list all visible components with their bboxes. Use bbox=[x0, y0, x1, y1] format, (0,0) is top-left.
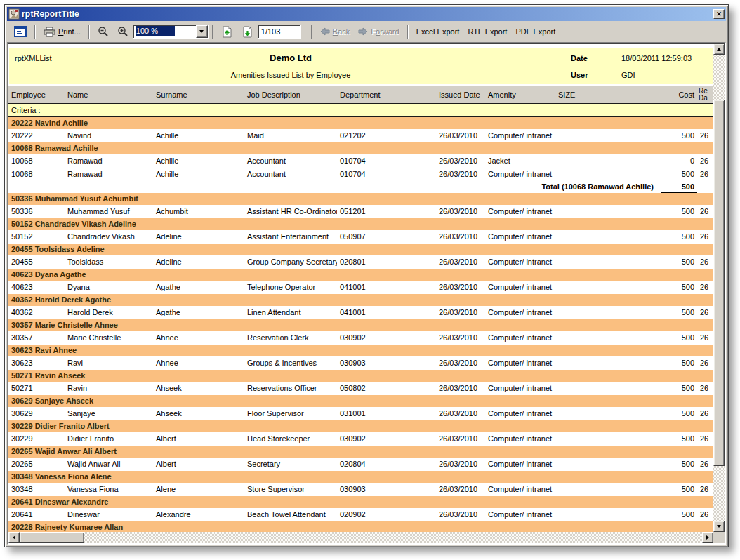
cell-re-da: 26 bbox=[697, 331, 713, 345]
cell-amenity: Computer/ intranet bbox=[485, 483, 555, 496]
rtf-export-button[interactable]: RTF Export bbox=[463, 25, 511, 38]
col-header-job-description: Job Description bbox=[244, 86, 337, 104]
detail-row: 20265Wajid Anwar AliAlbertSecretary02080… bbox=[8, 458, 713, 471]
cell-employee: 40362 bbox=[8, 306, 65, 319]
toolbar-separator bbox=[88, 25, 90, 39]
cell-department: 010704 bbox=[337, 168, 436, 181]
cell-amenity: Computer/ intranet bbox=[485, 432, 555, 446]
scroll-down-button[interactable] bbox=[713, 521, 725, 532]
cell-issued-date: 26/03/2010 bbox=[436, 205, 485, 218]
cell-department: 030902 bbox=[337, 432, 436, 446]
previous-page-button[interactable] bbox=[217, 23, 237, 41]
cell-job-description: Accountant bbox=[244, 154, 337, 168]
scroll-down-icon bbox=[717, 525, 721, 528]
cell-name: Harold Derek bbox=[65, 306, 153, 319]
col-header-issued-date: Issued Date bbox=[436, 86, 485, 104]
forward-button[interactable]: Forward bbox=[354, 25, 403, 39]
cell-size bbox=[555, 281, 661, 294]
forward-arrow-icon bbox=[358, 27, 368, 36]
zoom-level-combobox[interactable]: 100 % bbox=[133, 25, 209, 39]
forward-label: Forward bbox=[371, 27, 399, 36]
combo-dropdown-button[interactable] bbox=[196, 25, 208, 38]
cell-cost: 500 bbox=[661, 458, 697, 471]
cell-department: 051201 bbox=[337, 205, 436, 218]
cell-job-description: Floor Supervisor bbox=[244, 407, 337, 420]
cell-name: Dineswar bbox=[65, 508, 153, 521]
cell-amenity: Computer/ intranet bbox=[485, 205, 555, 218]
cell-re-da: 26 bbox=[697, 205, 713, 218]
cell-employee: 30348 bbox=[8, 483, 65, 496]
cell-surname: Achille bbox=[153, 168, 244, 181]
zoom-in-icon bbox=[117, 26, 128, 37]
group-tree-button[interactable] bbox=[10, 23, 31, 40]
cell-employee: 20265 bbox=[8, 458, 65, 471]
cell-issued-date: 26/03/2010 bbox=[436, 356, 485, 370]
cell-amenity: Computer/ intranet bbox=[485, 331, 555, 345]
col-header-employee: Employee bbox=[8, 86, 65, 104]
scrollbar-corner bbox=[713, 532, 725, 543]
scroll-right-button[interactable] bbox=[702, 532, 713, 543]
cell-department: 030902 bbox=[337, 331, 436, 345]
group-header-label: 30348 Vanessa Fiona Alene bbox=[8, 471, 713, 483]
detail-row: 40623DyanaAgatheTelephone Operator041001… bbox=[8, 281, 713, 294]
cell-name: Wajid Anwar Ali bbox=[65, 458, 153, 471]
vertical-scrollbar[interactable] bbox=[713, 44, 725, 532]
printer-icon bbox=[44, 27, 55, 37]
cell-job-description: Store Supervisor bbox=[244, 483, 337, 496]
cell-cost: 500 bbox=[661, 432, 697, 446]
cell-department: 050802 bbox=[337, 382, 436, 395]
col-header-cost: Cost bbox=[661, 86, 697, 104]
cell-name: Ravin bbox=[65, 382, 153, 395]
date-label: Date bbox=[571, 54, 588, 62]
close-button[interactable]: ✕ bbox=[713, 9, 725, 19]
scroll-left-button[interactable] bbox=[8, 532, 20, 543]
cell-job-description: Telephone Operator bbox=[244, 281, 337, 294]
back-button[interactable]: Back bbox=[316, 25, 354, 39]
cell-job-description: Head Storekeeper bbox=[244, 432, 337, 446]
horizontal-scrollbar[interactable] bbox=[8, 532, 713, 543]
close-icon: ✕ bbox=[716, 11, 722, 18]
cell-cost: 500 bbox=[661, 331, 697, 345]
group-header-label: 20228 Rajneety Kumaree Allan bbox=[8, 521, 713, 533]
print-button[interactable]: Print... bbox=[39, 24, 85, 40]
cell-issued-date: 26/03/2010 bbox=[436, 382, 485, 395]
cell-cost: 500 bbox=[661, 407, 697, 420]
detail-row: 50271RavinAhseekReservations Officer0508… bbox=[8, 382, 713, 395]
cell-name: Ravi bbox=[65, 356, 153, 370]
group-header-label: 40362 Harold Derek Agathe bbox=[8, 294, 713, 306]
cell-issued-date: 26/03/2010 bbox=[436, 508, 485, 521]
cell-surname: Ahseek bbox=[153, 407, 244, 420]
cell-department: 010704 bbox=[337, 154, 436, 168]
cell-surname: Alexandre bbox=[153, 508, 244, 521]
cell-re-da: 26 bbox=[697, 168, 713, 181]
cell-department: 020801 bbox=[337, 255, 436, 269]
vertical-scrollbar-thumb[interactable] bbox=[713, 100, 725, 466]
cell-employee: 30623 bbox=[8, 356, 65, 370]
pdf-export-button[interactable]: PDF Export bbox=[511, 25, 560, 38]
back-arrow-icon bbox=[320, 27, 330, 36]
horizontal-scrollbar-thumb[interactable] bbox=[20, 532, 84, 543]
scroll-up-button[interactable] bbox=[713, 44, 725, 55]
total-spacer bbox=[697, 181, 713, 193]
group-header-row: 50152 Chandradev Vikash Adeline bbox=[8, 218, 713, 230]
next-page-button[interactable] bbox=[237, 23, 258, 41]
detail-row: 30348Vanessa FionaAleneStore Supervisor0… bbox=[8, 483, 713, 496]
scroll-right-icon bbox=[706, 535, 709, 540]
zoom-level-value: 100 % bbox=[133, 25, 196, 38]
zoom-in-button[interactable] bbox=[113, 23, 133, 40]
cell-re-da: 26 bbox=[697, 356, 713, 370]
cell-employee: 40623 bbox=[8, 281, 65, 294]
detail-row: 40362Harold DerekAgatheLinen Attendant04… bbox=[8, 306, 713, 319]
group-header-label: 50336 Muhammad Yusuf Achumbit bbox=[8, 193, 713, 205]
excel-export-button[interactable]: Excel Export bbox=[412, 25, 464, 38]
group-tree-icon bbox=[14, 26, 27, 37]
col-header-department: Department bbox=[337, 86, 436, 104]
cell-re-da: 26 bbox=[697, 255, 713, 269]
cell-name: Sanjaye bbox=[65, 407, 153, 420]
cell-cost: 500 bbox=[661, 508, 697, 521]
cell-cost: 500 bbox=[661, 382, 697, 395]
zoom-out-button[interactable] bbox=[93, 23, 113, 40]
page-number-input[interactable] bbox=[258, 25, 301, 39]
cell-size bbox=[555, 407, 661, 420]
page-up-icon bbox=[221, 26, 233, 38]
